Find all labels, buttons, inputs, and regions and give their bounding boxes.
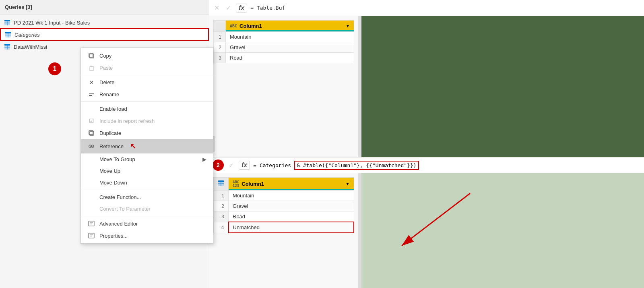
svg-rect-9	[4, 44, 10, 46]
top-row-val-2: Gravel	[226, 42, 354, 53]
menu-label-convertparam: Convert To Parameter	[99, 206, 151, 212]
menu-item-createfn[interactable]: Create Function...	[81, 191, 213, 203]
svg-rect-1	[4, 20, 10, 21]
menu-label-reference: Reference	[99, 143, 124, 149]
rename-icon	[87, 91, 95, 97]
top-v-divider	[358, 16, 361, 157]
menu-sep-1	[81, 75, 213, 75]
menu-label-includereport: Include in report refresh	[99, 118, 155, 124]
top-row-val-3: Road	[226, 53, 354, 63]
advancededitor-icon	[87, 220, 95, 227]
query-label-2: Categories	[14, 32, 40, 38]
svg-rect-23	[89, 221, 94, 226]
top-table-header-col1: ABC Column1 ▼	[226, 21, 354, 32]
bottom-row-content: ABC123 Column1 ▼ 1 Mountain	[209, 173, 644, 288]
bottom-row-num-3: 3	[214, 211, 229, 222]
menu-item-delete[interactable]: ✕ Delete	[81, 77, 213, 88]
bottom-table-row-4: 4 Unmatched	[214, 222, 354, 233]
menu-item-copy[interactable]: Copy	[81, 50, 213, 62]
svg-rect-16	[89, 93, 94, 94]
bottom-table-header-num	[214, 178, 229, 191]
bottom-row: 2 ✓ fx = Categories & #table({"Column1"}…	[209, 157, 644, 288]
badge-1: 1	[48, 62, 61, 75]
confirm-button[interactable]: ✓	[224, 3, 233, 12]
menu-label-delete: Delete	[99, 79, 115, 85]
menu-item-moveup[interactable]: Move Up	[81, 165, 213, 177]
menu-label-movetogroup: Move To Group	[99, 156, 135, 162]
menu-sep-4	[81, 216, 213, 216]
top-row-val-1: Mountain	[226, 32, 354, 42]
query-item-2[interactable]: Categories	[0, 28, 209, 41]
paste-icon	[87, 64, 95, 71]
col-dropdown-bottom[interactable]: ▼	[346, 182, 350, 186]
top-green-panel	[361, 16, 644, 157]
top-table-area: ABC Column1 ▼ 1 Mountain 2	[209, 16, 358, 157]
bottom-row-num-4: 4	[214, 222, 229, 233]
badge-2: 2	[213, 160, 224, 171]
menu-item-paste[interactable]: Paste	[81, 62, 213, 74]
table-icon-1	[4, 19, 10, 26]
top-row: ABC Column1 ▼ 1 Mountain 2	[209, 16, 644, 157]
menu-item-advancededitor[interactable]: Advanced Editor	[81, 218, 213, 230]
bottom-fx-button[interactable]: fx	[239, 161, 250, 170]
menu-item-duplicate[interactable]: Duplicate	[81, 127, 213, 139]
menu-item-includereport[interactable]: ☑ Include in report refresh	[81, 115, 213, 127]
top-table-row-2: 2 Gravel	[214, 42, 354, 53]
bottom-table-area: ABC123 Column1 ▼ 1 Mountain	[209, 173, 358, 288]
svg-rect-17	[89, 95, 92, 96]
menu-label-createfn: Create Function...	[99, 194, 141, 200]
menu-label-advancededitor: Advanced Editor	[99, 221, 138, 227]
queries-header: Queries [3]	[0, 0, 209, 15]
top-formula-input[interactable]: = Table.Buf	[250, 5, 641, 11]
bottom-row-num-1: 1	[214, 191, 229, 201]
check-icon: ☑	[87, 118, 95, 124]
top-col-name: Column1	[239, 23, 262, 29]
bottom-row-val-3: Road	[229, 211, 354, 222]
menu-item-movetogroup[interactable]: Move To Group ▶	[81, 153, 213, 165]
svg-line-34	[402, 193, 470, 246]
context-menu: Copy Paste ✕ Delete Rename Enable load	[80, 48, 213, 244]
menu-item-convertparam[interactable]: Convert To Parameter	[81, 203, 213, 215]
top-table-row-1: 1 Mountain	[214, 32, 354, 42]
bottom-table-row-3: 3 Road	[214, 211, 354, 222]
svg-rect-14	[90, 66, 94, 70]
table-icon-3	[4, 44, 10, 50]
bottom-formula-bar: 2 ✓ fx = Categories & #table({"Column1"}…	[209, 157, 644, 173]
bottom-data-table: ABC123 Column1 ▼ 1 Mountain	[213, 177, 354, 233]
bottom-v-divider	[358, 173, 361, 288]
menu-item-properties[interactable]: Properties...	[81, 230, 213, 242]
menu-label-properties: Properties...	[99, 233, 128, 239]
menu-label-rename: Rename	[99, 91, 119, 97]
col-dropdown-top[interactable]: ▼	[346, 24, 350, 28]
bottom-confirm-button[interactable]: ✓	[227, 161, 235, 170]
query-label-3: DataWithMissi	[14, 44, 47, 50]
fx-button[interactable]: fx	[236, 4, 247, 12]
menu-sep-2	[81, 102, 213, 102]
bottom-right-area	[361, 173, 644, 288]
bottom-formula-text: = Categories	[253, 162, 291, 168]
menu-label-duplicate: Duplicate	[99, 130, 121, 136]
cancel-button[interactable]: ✕	[213, 3, 221, 12]
menu-label-moveup: Move Up	[99, 168, 120, 174]
top-formula-bar: ✕ ✓ fx = Table.Buf	[209, 0, 644, 16]
menu-item-reference[interactable]: Reference ↖	[81, 139, 213, 153]
menu-item-enableload[interactable]: Enable load	[81, 103, 213, 115]
left-panel: Queries [3] PD 2021 Wk 1 Input - Bike Sa…	[0, 0, 209, 288]
red-arrow-svg	[369, 185, 490, 266]
svg-rect-5	[5, 32, 11, 33]
menu-item-movedown[interactable]: Move Down	[81, 177, 213, 189]
duplicate-icon	[87, 130, 95, 136]
submenu-arrow-icon: ▶	[202, 156, 206, 162]
col-type-icon-top: ABC	[230, 24, 237, 28]
query-item-1[interactable]: PD 2021 Wk 1 Input - Bike Sales	[0, 17, 209, 28]
menu-label-copy: Copy	[99, 53, 111, 59]
svg-rect-26	[89, 233, 94, 238]
table-icon-2	[5, 31, 11, 38]
reference-cursor-icon: ↖	[130, 142, 136, 151]
top-table-header-num	[214, 21, 226, 32]
menu-label-paste: Paste	[99, 65, 113, 71]
menu-item-rename[interactable]: Rename	[81, 88, 213, 100]
bottom-col-name: Column1	[242, 181, 264, 187]
top-row-num-1: 1	[214, 32, 226, 42]
top-row-num-2: 2	[214, 42, 226, 53]
